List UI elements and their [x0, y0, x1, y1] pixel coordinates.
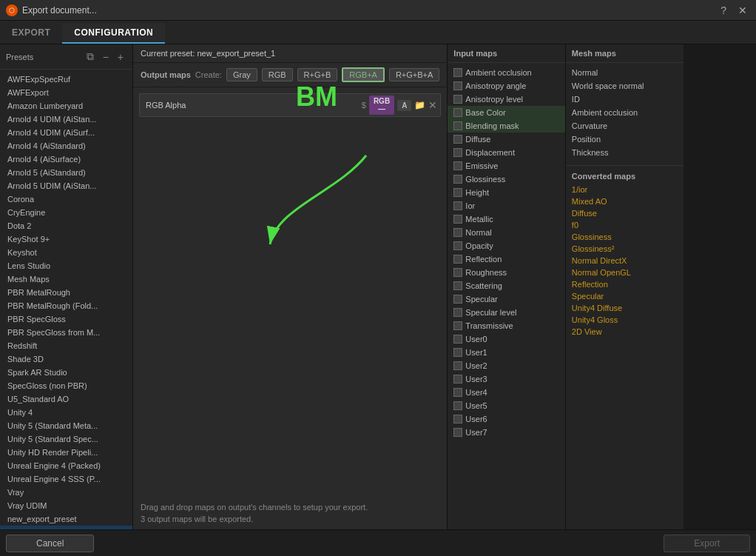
cancel-button[interactable]: Cancel — [6, 535, 94, 552]
copy-preset-button[interactable]: ⧉ — [84, 49, 97, 64]
input-map-item[interactable]: User6 — [448, 412, 565, 426]
converted-map-item[interactable]: Diffuse — [566, 207, 684, 219]
create-gray-button[interactable]: Gray — [226, 68, 257, 81]
sidebar-preset-item[interactable]: Lens Studio — [0, 259, 132, 272]
tab-export[interactable]: EXPORT — [0, 23, 62, 44]
mesh-map-item[interactable]: ID — [566, 93, 684, 106]
map-folder-icon[interactable]: 📁 — [414, 100, 425, 110]
converted-map-item[interactable]: Unity4 Diffuse — [566, 302, 684, 314]
input-map-checkbox[interactable] — [453, 95, 462, 104]
input-map-checkbox[interactable] — [453, 255, 462, 264]
sidebar-preset-item[interactable]: PBR SpecGloss — [0, 312, 132, 326]
converted-map-item[interactable]: Mixed AO — [566, 195, 684, 207]
input-map-item[interactable]: Transmissive — [448, 319, 565, 332]
converted-map-item[interactable]: 2D View — [566, 326, 684, 338]
input-map-item[interactable]: Displacement — [448, 146, 565, 159]
input-map-item[interactable]: Emissive — [448, 159, 565, 173]
converted-map-item[interactable]: Specular — [566, 290, 684, 302]
input-map-checkbox[interactable] — [453, 175, 462, 184]
input-map-checkbox[interactable] — [453, 215, 462, 224]
create-rgba-split-button[interactable]: R+G+B+A — [389, 68, 439, 81]
input-map-item[interactable]: User4 — [448, 386, 565, 399]
sidebar-preset-item[interactable]: PBR MetalRough — [0, 286, 132, 299]
input-map-item[interactable]: Opacity — [448, 239, 565, 252]
converted-map-item[interactable]: 1/ior — [566, 184, 684, 195]
sidebar-preset-item[interactable]: Unreal Engine 4 (Packed) — [0, 459, 132, 472]
input-map-checkbox[interactable] — [453, 295, 462, 304]
sidebar-preset-item[interactable]: Arnold 5 (AiStandard) — [0, 166, 132, 179]
input-map-checkbox[interactable] — [453, 388, 462, 397]
converted-map-item[interactable]: Reflection — [566, 278, 684, 290]
input-map-item[interactable]: Blending mask — [448, 119, 565, 133]
input-map-item[interactable]: Anisotropy level — [448, 93, 565, 106]
sidebar-preset-item[interactable]: Unreal Engine 4 SSS (P... — [0, 472, 132, 486]
converted-map-item[interactable]: Unity4 Gloss — [566, 314, 684, 326]
sidebar-preset-item[interactable]: Shade 3D — [0, 352, 132, 366]
create-rgb-button[interactable]: RGB — [262, 68, 293, 81]
sidebar-preset-item[interactable]: AWFExport — [0, 86, 132, 99]
mesh-map-item[interactable]: World space normal — [566, 79, 684, 93]
sidebar-preset-item[interactable]: Vray — [0, 486, 132, 499]
input-map-checkbox[interactable] — [453, 281, 462, 290]
sidebar-preset-item[interactable]: Amazon Lumberyard — [0, 99, 132, 113]
sidebar-preset-item[interactable]: Arnold 4 UDIM (AiStan... — [0, 113, 132, 126]
sidebar-preset-item[interactable]: Arnold 5 UDIM (AiStan... — [0, 179, 132, 192]
sidebar-preset-item[interactable]: Spark AR Studio — [0, 366, 132, 379]
input-map-checkbox[interactable] — [453, 161, 462, 170]
input-map-item[interactable]: Anisotropy angle — [448, 79, 565, 93]
sidebar-preset-item[interactable]: Arnold 4 (AiStandard) — [0, 139, 132, 153]
remove-preset-button[interactable]: − — [100, 50, 112, 64]
input-map-item[interactable]: Diffuse — [448, 133, 565, 146]
input-map-checkbox[interactable] — [453, 348, 462, 357]
input-map-checkbox[interactable] — [453, 241, 462, 250]
add-preset-button[interactable]: + — [115, 50, 126, 64]
input-map-item[interactable]: User7 — [448, 426, 565, 439]
input-map-checkbox[interactable] — [453, 415, 462, 423]
input-map-item[interactable]: Scattering — [448, 279, 565, 292]
map-close-button[interactable]: ✕ — [428, 99, 437, 111]
sidebar-preset-item[interactable]: Corona — [0, 192, 132, 206]
help-button[interactable]: ? — [718, 3, 729, 18]
input-map-item[interactable]: Specular — [448, 292, 565, 306]
mesh-map-item[interactable]: Thickness — [566, 146, 684, 159]
input-map-checkbox[interactable] — [453, 401, 462, 410]
input-map-item[interactable]: Base Color — [448, 106, 565, 119]
sidebar-preset-item[interactable]: Arnold 4 (AiSurface) — [0, 153, 132, 166]
input-map-checkbox[interactable] — [453, 188, 462, 197]
input-map-item[interactable]: User2 — [448, 359, 565, 372]
input-map-item[interactable]: Ior — [448, 199, 565, 212]
input-map-checkbox[interactable] — [453, 335, 462, 344]
input-map-checkbox[interactable] — [453, 108, 462, 117]
input-map-checkbox[interactable] — [453, 81, 462, 90]
input-map-item[interactable]: Reflection — [448, 252, 565, 266]
input-map-checkbox[interactable] — [453, 148, 462, 157]
input-map-checkbox[interactable] — [453, 308, 462, 317]
sidebar-preset-item[interactable]: PBR MetalRough (Fold... — [0, 299, 132, 312]
input-map-checkbox[interactable] — [453, 361, 462, 370]
sidebar-preset-item[interactable]: Redshift — [0, 339, 132, 352]
sidebar-preset-item[interactable]: CryEngine — [0, 206, 132, 219]
sidebar-preset-item[interactable]: new_export_preset — [0, 512, 132, 526]
input-map-item[interactable]: Ambient occlusion — [448, 66, 565, 79]
sidebar-preset-item[interactable]: AWFExpSpecRuf — [0, 73, 132, 86]
input-map-item[interactable]: User1 — [448, 346, 565, 359]
create-rgba-button[interactable]: RGB+A — [342, 67, 385, 82]
channel-rgb-button[interactable]: RGB— — [369, 96, 394, 115]
sidebar-preset-item[interactable]: SpecGloss (non PBR) — [0, 379, 132, 392]
input-map-item[interactable]: Glossiness — [448, 173, 565, 186]
sidebar-preset-item[interactable]: Unity 5 (Standard Meta... — [0, 419, 132, 432]
sidebar-preset-item[interactable]: Vray UDIM — [0, 499, 132, 512]
mesh-map-item[interactable]: Normal — [566, 66, 684, 79]
input-map-checkbox[interactable] — [453, 268, 462, 277]
sidebar-preset-item[interactable]: Unity 4 — [0, 406, 132, 419]
sidebar-preset-item[interactable]: Mesh Maps — [0, 272, 132, 286]
converted-map-item[interactable]: Normal DirectX — [566, 255, 684, 267]
input-map-item[interactable]: User3 — [448, 372, 565, 386]
input-map-item[interactable]: Metallic — [448, 212, 565, 226]
sidebar-preset-item[interactable]: U5_Standard AO — [0, 392, 132, 406]
sidebar-preset-item[interactable]: Unity HD Render Pipeli... — [0, 446, 132, 459]
close-button[interactable]: ✕ — [735, 3, 750, 18]
input-map-item[interactable]: User5 — [448, 399, 565, 412]
input-map-item[interactable]: User0 — [448, 332, 565, 346]
mesh-map-item[interactable]: Position — [566, 133, 684, 146]
